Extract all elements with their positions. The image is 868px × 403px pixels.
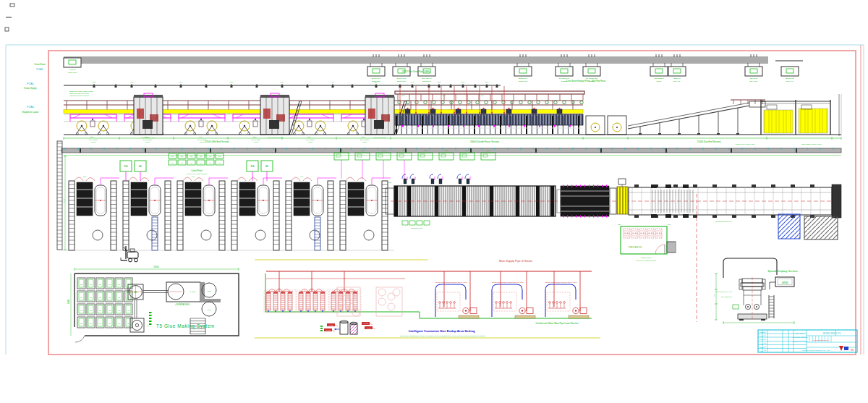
cad-shape [470,308,477,314]
cad-label: GT [218,156,221,157]
rail-track [165,181,171,250]
cad-shape [651,214,657,218]
cad-shape [756,306,757,307]
cad-shape [307,85,309,88]
radiator-coil [313,293,318,310]
cad-shape [320,330,323,331]
rail-note: DN125 Main Steam Pipe 1.0MPa [402,70,430,73]
cad-shape [263,109,271,119]
cad-shape [93,85,95,88]
blue-note: Intelligent Customize Size Endup Area Se… [409,329,475,333]
cad-shape [370,323,373,325]
cad-shape [149,323,152,325]
cad-shape [634,184,639,187]
cad-label: GT [209,156,212,157]
cad-shape [98,126,109,135]
cad-shape [378,154,383,157]
corrugator-line-drawing: Crane BeamF1A2F1A1Steam SupplyF1A0Equipm… [0,0,868,403]
cad-shape [75,177,83,181]
cad-shape [454,302,456,304]
cad-shape [576,185,576,187]
cad-shape [86,178,95,182]
cad-shape [184,126,196,135]
cad-shape [527,308,533,314]
pallet-blue [778,214,800,239]
cad-shape [438,85,441,88]
cad-label: GT [90,323,93,324]
cad-label: 4000 [382,150,386,151]
cad-shape [439,302,441,304]
cad-label: GT [80,310,83,311]
cad-label: 1200 [487,150,491,151]
hanger-ring [502,101,505,103]
vert-dim: 750 [713,294,715,297]
cad-shape [618,179,626,184]
cad-shape [335,325,338,326]
cad-shape [210,148,211,153]
cad-label: (2 pcs) [362,141,367,143]
cad-shape [393,289,400,296]
cad-shape [129,177,137,181]
cad-shape [73,114,80,118]
cad-shape [496,85,498,88]
cad-label: PU [147,325,150,327]
cad-shape [732,184,736,187]
cad-label: 5000 [461,81,466,82]
logo-text: KS [851,349,854,352]
logo-icon [839,346,843,351]
cad-label: 1600 [424,150,428,151]
cad-label: GT [109,323,111,324]
cad-shape [535,148,537,153]
cad-label: GT [209,162,212,164]
cad-shape [569,315,589,318]
cad-shape [571,185,572,187]
rail-unit-label: 380V 90A [786,80,794,82]
hanger-ring [407,101,409,103]
cad-shape [556,302,558,304]
cad-shape [567,185,568,187]
floor-roll [93,230,103,240]
cad-shape [459,315,479,318]
cad-shape [375,85,378,88]
cad-shape [135,258,138,262]
cad-shape [515,315,535,318]
cad-shape [115,85,117,88]
cad-shape [346,292,350,294]
cad-label: 3200 [403,150,407,151]
rail-unit-box [514,67,532,76]
cad-shape [791,184,795,187]
cad-label: (2 pcs) [308,141,313,143]
cad-shape [761,319,765,321]
cad-label: GT [99,323,102,324]
cad-shape [402,221,408,225]
condensate-pipe [545,284,576,317]
rail-track [123,181,129,250]
hanger-ring [493,101,496,103]
cad-label: (2 pcs) [145,141,150,143]
cad-shape [510,302,512,304]
cad-label: STR [208,290,211,292]
vert-dim: 5800 [67,300,70,304]
cad-label: Cross Feeder (Upper) 1600 [736,143,756,145]
hanger-ring [476,101,479,103]
cad-shape [154,200,156,201]
cad-shape [388,293,395,300]
hanger-ring [519,101,522,103]
rail-unit-label: DN80 [657,80,662,82]
cad-shape [563,185,563,187]
cad-shape [532,109,537,114]
cad-shape [417,125,419,127]
cad-shape [145,148,146,153]
dryend-module [561,186,609,216]
cad-label: (2 pcs) [200,141,205,143]
df-beam [395,91,584,94]
cad-shape [307,310,309,312]
rail-track [231,181,237,250]
cad-shape [149,321,152,322]
cad-shape [739,319,744,321]
green-note: Steam flow consumption is about 4000kg/h… [400,335,485,337]
cad-shape [424,221,430,225]
cad-shape [340,310,341,312]
cad-shape [332,330,335,331]
cad-label: 2200 [362,136,366,137]
